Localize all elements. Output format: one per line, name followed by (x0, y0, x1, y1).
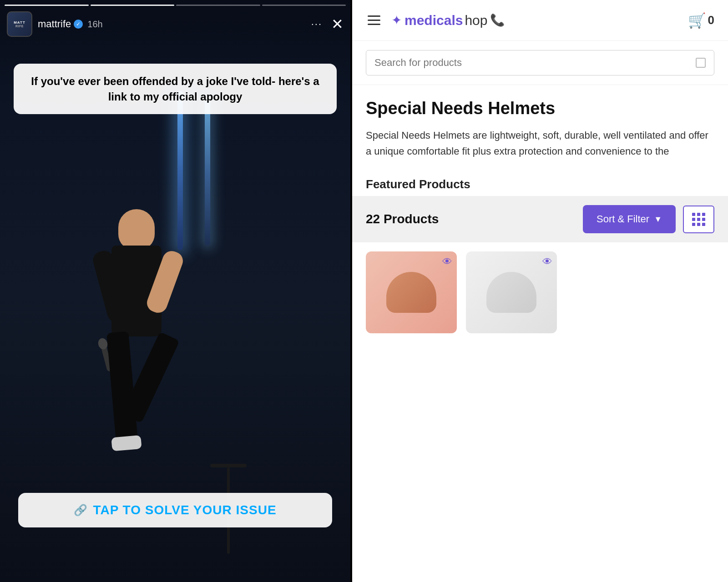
shop-panel: ✦ medicals hop 📞 🛒 0 Special Needs Helme… (352, 0, 728, 582)
product-card-1[interactable]: 👁 (366, 251, 457, 333)
cta-text: TAP TO SOLVE YOUR ISSUE (93, 503, 276, 517)
featured-products-label: Featured Products (352, 168, 728, 196)
grid-dot (692, 223, 695, 226)
product-card-2[interactable]: 👁 (466, 251, 557, 333)
story-more-button[interactable]: ··· (311, 18, 322, 30)
hamburger-menu-button[interactable] (366, 14, 382, 27)
products-count: 22 Products (366, 212, 439, 226)
avatar: MATT RIFE (7, 11, 32, 37)
progress-bar-4 (262, 5, 346, 6)
product-thumbnails: 👁 👁 (352, 242, 728, 342)
story-header: MATT RIFE mattrife ✓ 16h ··· ✕ (7, 11, 344, 37)
grid-line-1 (692, 213, 705, 216)
product-section: Special Needs Helmets Special Needs Helm… (352, 85, 728, 168)
cart-icon: 🛒 (688, 12, 706, 29)
product-title: Special Needs Helmets (366, 99, 714, 118)
chevron-down-icon: ▼ (654, 215, 662, 224)
search-checkbox[interactable] (696, 58, 706, 68)
logo-phone-icon: 📞 (490, 13, 505, 27)
shop-header: ✦ medicals hop 📞 🛒 0 (352, 0, 728, 41)
shop-logo[interactable]: ✦ medicals hop 📞 (391, 13, 679, 28)
hamburger-line-1 (368, 15, 380, 17)
instagram-story-panel: MATT RIFE mattrife ✓ 16h ··· ✕ If you've… (0, 0, 350, 582)
grid-line-2 (692, 218, 705, 221)
verified-badge-icon: ✓ (74, 20, 83, 29)
cart-count: 0 (708, 13, 714, 27)
sort-filter-label: Sort & Filter (597, 213, 649, 225)
grid-line-3 (692, 223, 705, 226)
story-time: 16h (87, 19, 102, 30)
sort-filter-button[interactable]: Sort & Filter ▼ (583, 205, 676, 233)
helmet-pink (386, 272, 436, 313)
cart-button[interactable]: 🛒 0 (688, 12, 714, 29)
product-description: Special Needs Helmets are lightweight, s… (366, 127, 714, 159)
story-bubble-text: If you've ever been offended by a joke I… (26, 74, 324, 104)
performer-figure (64, 209, 209, 518)
eye-icon-2: 👁 (542, 256, 552, 268)
grid-dot (692, 218, 695, 221)
figure-legs (111, 332, 162, 459)
progress-bar-1 (5, 5, 89, 6)
grid-dot (697, 223, 700, 226)
avatar-text-bottom: RIFE (15, 25, 24, 28)
figure-shoe (111, 435, 142, 452)
search-container (352, 41, 728, 85)
eye-icon-1: 👁 (442, 256, 452, 268)
hamburger-line-2 (368, 20, 380, 21)
close-icon[interactable]: ✕ (331, 15, 344, 33)
story-progress (5, 5, 346, 6)
progress-bar-2 (91, 5, 175, 6)
story-text-bubble: If you've ever been offended by a joke I… (14, 64, 337, 114)
avatar-text-top: MATT (14, 20, 25, 25)
grid-dot (697, 218, 700, 221)
story-username: mattrife (38, 18, 71, 30)
logo-star-icon: ✦ (391, 13, 402, 28)
hamburger-line-3 (368, 24, 380, 25)
link-icon: 🔗 (74, 504, 87, 517)
story-user-info: mattrife ✓ 16h (38, 18, 311, 30)
helmet-white (486, 272, 536, 313)
grid-dot (702, 223, 705, 226)
grid-dot (702, 213, 705, 216)
search-input[interactable] (374, 57, 691, 69)
search-box (366, 50, 714, 75)
logo-shop-text: hop (465, 13, 487, 28)
grid-dot (692, 213, 695, 216)
logo-medical-text: medicals (404, 13, 463, 28)
grid-dot (702, 218, 705, 221)
figure-head (118, 209, 155, 250)
stool-top (210, 464, 247, 467)
progress-bar-3 (176, 5, 260, 6)
story-cta-button[interactable]: 🔗 TAP TO SOLVE YOUR ISSUE (18, 493, 332, 527)
products-bar: 22 Products Sort & Filter ▼ (352, 196, 728, 242)
grid-view-button[interactable] (683, 206, 714, 233)
grid-dot (697, 213, 700, 216)
